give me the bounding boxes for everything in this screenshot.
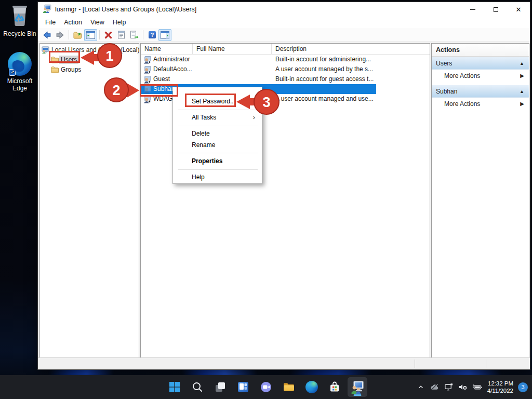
minimize-button[interactable]: [461, 2, 484, 17]
maximize-icon: [494, 7, 498, 12]
menu-item-delete[interactable]: Delete: [174, 128, 261, 139]
tree-groups-label: Groups: [59, 65, 83, 74]
action-pane-icon: [161, 31, 169, 39]
toolbar-separator: [69, 30, 69, 39]
help-button[interactable]: ?: [145, 29, 158, 41]
lusrmgr-taskbar-button[interactable]: [348, 377, 367, 397]
lusrmgr-icon: [351, 380, 364, 394]
minimize-icon: [470, 9, 475, 10]
edge-icon: ↗: [8, 52, 32, 76]
show-action-pane-button[interactable]: [158, 29, 171, 41]
export-list-button[interactable]: [128, 29, 141, 41]
console-tree-icon: [86, 31, 95, 39]
folder-icon: [51, 65, 59, 74]
recycle-bin-icon: [3, 3, 37, 29]
highlight-box-subhan: [140, 84, 178, 97]
lusrmgr-window: lusrmgr - [Local Users and Groups (Local…: [37, 2, 530, 370]
user-description: A user account managed by the s...: [275, 64, 373, 74]
properties-button[interactable]: [115, 29, 128, 41]
forward-icon: [56, 31, 64, 39]
edge-taskbar-button[interactable]: [302, 377, 322, 397]
back-button[interactable]: [41, 29, 54, 41]
tree-item-groups[interactable]: Groups: [51, 64, 83, 74]
clock-time: 12:32 PM: [487, 380, 513, 387]
menu-file[interactable]: File: [41, 18, 60, 27]
close-button[interactable]: ✕: [507, 2, 530, 17]
battery-charging-icon[interactable]: [472, 383, 483, 391]
close-icon: ✕: [516, 6, 522, 13]
edge-desktop-icon[interactable]: ↗ Microsoft Edge: [3, 52, 37, 92]
menu-separator: [178, 126, 258, 126]
notification-count-badge[interactable]: 3: [518, 382, 528, 392]
expand-icon: ▶: [520, 98, 524, 110]
properties-icon: [117, 31, 125, 39]
up-folder-icon: [73, 31, 82, 39]
up-one-level-button[interactable]: [71, 29, 84, 41]
menu-item-rename[interactable]: Rename: [174, 139, 261, 151]
forward-button[interactable]: [54, 29, 66, 41]
actions-pane: Actions Users ▲ More Actions ▶ Subhan ▲ …: [431, 43, 529, 358]
tray-chevron-up-icon[interactable]: [417, 383, 425, 391]
delete-button[interactable]: [102, 29, 115, 41]
store-button[interactable]: [325, 377, 344, 397]
recycle-bin-label: Recycle Bin: [3, 30, 37, 37]
desktop: Recycle Bin ↗ Microsoft Edge lusrmgr - […: [0, 0, 532, 399]
title-bar: lusrmgr - [Local Users and Groups (Local…: [38, 2, 530, 17]
file-explorer-button[interactable]: [279, 377, 299, 397]
user-name: DefaultAcco...: [153, 64, 192, 74]
windows-start-icon: [168, 381, 181, 393]
file-explorer-icon: [283, 381, 295, 393]
all-tasks-label: All Tasks: [192, 114, 216, 121]
task-view-button[interactable]: [210, 377, 230, 397]
menu-action[interactable]: Action: [60, 18, 86, 27]
lusrmgr-app-icon: [43, 4, 51, 15]
user-disabled-icon: [143, 65, 151, 74]
back-icon: [43, 31, 51, 39]
more-actions-label: More Actions: [444, 100, 480, 108]
actions-section-users[interactable]: Users ▲: [432, 57, 529, 70]
highlight-box-users: [49, 51, 80, 63]
list-header: Name Full Name Description: [141, 44, 430, 55]
column-header-name[interactable]: Name: [141, 44, 193, 55]
status-bar-divider: [415, 360, 415, 368]
widgets-icon: [237, 381, 249, 393]
console-tree-pane: Local Users and Groups (Local) Users Gro…: [39, 43, 139, 358]
collapse-icon[interactable]: ▲: [520, 85, 524, 98]
maximize-button[interactable]: [484, 2, 507, 17]
menu-help[interactable]: Help: [109, 18, 130, 27]
column-header-fullname[interactable]: Full Name: [193, 44, 272, 55]
collapse-icon[interactable]: ▲: [520, 57, 524, 70]
show-console-tree-button[interactable]: [84, 29, 97, 41]
onedrive-paused-icon[interactable]: [430, 383, 440, 391]
user-description: Built-in account for administering...: [275, 55, 371, 64]
menu-view[interactable]: View: [86, 18, 109, 27]
user-name: Administrator: [153, 55, 190, 64]
more-actions-users[interactable]: More Actions ▶: [432, 70, 529, 82]
edge-icon: [305, 381, 318, 393]
actions-section-subhan[interactable]: Subhan ▲: [432, 85, 529, 98]
taskbar-clock[interactable]: 12:32 PM 4/11/2022: [487, 380, 513, 394]
menu-item-help[interactable]: Help: [174, 171, 261, 183]
menu-item-all-tasks[interactable]: All Tasks ›: [174, 112, 261, 123]
volume-muted-icon[interactable]: [458, 383, 468, 391]
start-button[interactable]: [165, 377, 184, 397]
export-list-icon: [130, 31, 139, 39]
console-content: Local Users and Groups (Local) Users Gro…: [38, 42, 530, 357]
toolbar-separator: [99, 30, 100, 39]
column-header-description[interactable]: Description: [272, 44, 402, 55]
chat-icon: [260, 381, 272, 393]
delete-x-icon: [104, 31, 112, 39]
actions-section-label: Subhan: [436, 88, 457, 95]
search-button[interactable]: [188, 377, 207, 397]
menu-item-properties[interactable]: Properties: [174, 155, 261, 167]
more-actions-label: More Actions: [444, 72, 480, 79]
svg-text:?: ?: [150, 32, 154, 38]
widgets-button[interactable]: [233, 377, 253, 397]
task-view-icon: [214, 381, 227, 393]
store-icon: [328, 381, 341, 393]
recycle-bin-desktop-icon[interactable]: Recycle Bin: [3, 3, 37, 37]
taskbar: 12:32 PM 4/11/2022 3: [0, 375, 532, 399]
more-actions-subhan[interactable]: More Actions ▶: [432, 98, 529, 110]
network-display-icon[interactable]: [444, 383, 454, 391]
chat-button[interactable]: [256, 377, 276, 397]
